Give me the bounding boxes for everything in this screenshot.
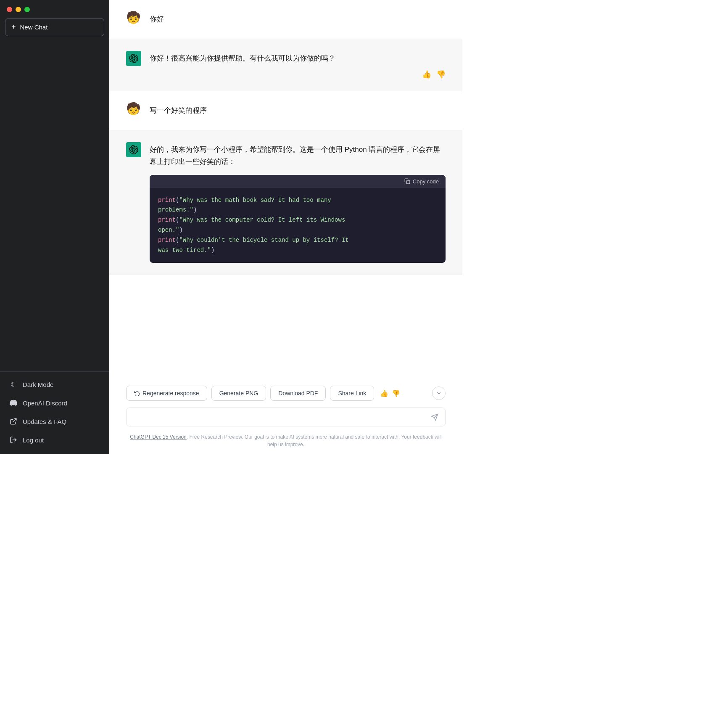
sidebar-item-dark-mode[interactable]: ☾ Dark Mode [3, 375, 107, 394]
input-box [126, 408, 446, 426]
user-message-1: 🧒 你好 [109, 0, 462, 39]
new-chat-label: New Chat [20, 24, 48, 31]
assistant-message-1: 你好！很高兴能为你提供帮助。有什么我可以为你做的吗？ 👍 👎 [109, 39, 462, 91]
thumbs-down-action-icon[interactable]: 👎 [392, 389, 400, 397]
copy-code-button[interactable]: Copy code [404, 178, 439, 185]
plus-icon: + [11, 23, 16, 32]
maximize-button[interactable] [24, 7, 30, 12]
sidebar: + New Chat ☾ Dark Mode OpenAI Discord [0, 0, 109, 454]
svg-line-0 [13, 418, 16, 422]
moon-icon: ☾ [9, 380, 18, 389]
message-actions: 👍 👎 [150, 70, 446, 79]
copy-code-label: Copy code [413, 178, 439, 185]
scroll-down-button[interactable] [432, 386, 446, 400]
footer: ChatGPT Dec 15 Version. Free Research Pr… [109, 429, 462, 454]
assistant-message-body: 你好！很高兴能为你提供帮助。有什么我可以为你做的吗？ 👍 👎 [150, 51, 446, 79]
sidebar-item-logout[interactable]: Log out [3, 431, 107, 449]
discord-icon [9, 399, 18, 407]
logout-icon [9, 436, 18, 444]
user-avatar: 🧒 [126, 12, 141, 27]
chevron-down-icon [436, 390, 442, 396]
share-link-button[interactable]: Share Link [330, 386, 374, 401]
regenerate-icon [134, 390, 140, 396]
code-block-header: Copy code [150, 175, 446, 188]
send-icon [431, 413, 438, 421]
assistant-message-text-2: 好的，我来为你写一个小程序，希望能帮到你。这是一个使用 Python 语言的程序… [150, 142, 446, 168]
minimize-button[interactable] [16, 7, 21, 12]
assistant-message-2: 好的，我来为你写一个小程序，希望能帮到你。这是一个使用 Python 语言的程序… [109, 130, 462, 275]
regenerate-label: Regenerate response [142, 390, 199, 397]
sidebar-item-updates[interactable]: Updates & FAQ [3, 412, 107, 431]
copy-icon [404, 178, 410, 184]
user-message-text: 你好 [150, 12, 446, 26]
thumbs-down-icon[interactable]: 👎 [436, 70, 446, 79]
sidebar-item-label: Log out [23, 437, 44, 444]
assistant-message-2-body: 好的，我来为你写一个小程序，希望能帮到你。这是一个使用 Python 语言的程序… [150, 142, 446, 263]
gpt-avatar [126, 51, 141, 66]
close-button[interactable] [7, 7, 12, 12]
sidebar-item-label: Updates & FAQ [23, 418, 66, 425]
generate-png-button[interactable]: Generate PNG [211, 386, 266, 401]
download-pdf-button[interactable]: Download PDF [270, 386, 326, 401]
share-link-label: Share Link [338, 390, 366, 397]
external-link-icon [9, 417, 18, 426]
user-message-text-2: 写一个好笑的程序 [150, 103, 446, 117]
input-area [109, 404, 462, 429]
user-message-2: 🧒 写一个好笑的程序 [109, 91, 462, 130]
sidebar-bottom: ☾ Dark Mode OpenAI Discord Updates & FAQ [0, 371, 109, 454]
action-bar: Regenerate response Generate PNG Downloa… [109, 380, 462, 404]
gpt-avatar-2 [126, 142, 141, 157]
new-chat-button[interactable]: + New Chat [5, 18, 104, 36]
chat-input[interactable] [133, 413, 427, 421]
thumb-icons: 👍 👎 [378, 389, 400, 397]
footer-link[interactable]: ChatGPT Dec 15 Version [130, 434, 187, 440]
main-chat: 🧒 你好 你好！很高兴能为你提供帮助。有什么我可以为你做的吗？ 👍 👎 🧒 写一… [109, 0, 462, 454]
assistant-message-text: 你好！很高兴能为你提供帮助。有什么我可以为你做的吗？ [150, 51, 446, 65]
user-avatar-2: 🧒 [126, 103, 141, 118]
regenerate-button[interactable]: Regenerate response [126, 386, 207, 401]
footer-text: . Free Research Preview. Our goal is to … [187, 434, 442, 447]
code-block: Copy code print("Why was the math book s… [150, 175, 446, 263]
svg-rect-2 [406, 180, 410, 184]
thumbs-up-icon[interactable]: 👍 [422, 70, 431, 79]
generate-png-label: Generate PNG [219, 390, 258, 397]
sidebar-item-label: OpenAI Discord [23, 400, 67, 407]
sidebar-item-label: Dark Mode [23, 381, 53, 388]
traffic-lights [0, 0, 109, 16]
chat-messages: 🧒 你好 你好！很高兴能为你提供帮助。有什么我可以为你做的吗？ 👍 👎 🧒 写一… [109, 0, 462, 380]
send-button[interactable] [431, 413, 438, 421]
code-content: print("Why was the math book sad? It had… [150, 188, 446, 263]
thumbs-up-action-icon[interactable]: 👍 [380, 389, 388, 397]
download-pdf-label: Download PDF [278, 390, 318, 397]
sidebar-item-discord[interactable]: OpenAI Discord [3, 394, 107, 412]
